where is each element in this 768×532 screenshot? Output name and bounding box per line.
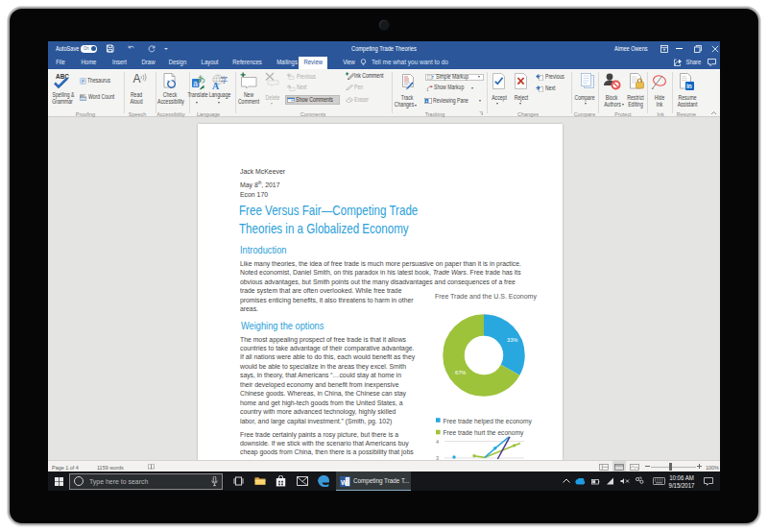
- svg-text:33%: 33%: [507, 337, 517, 343]
- svg-text:4: 4: [436, 439, 439, 445]
- svg-text:Free Trade and the U.S. Econom: Free Trade and the U.S. Economy: [435, 292, 537, 301]
- svg-text:Free trade hurt the economy: Free trade hurt the economy: [444, 429, 524, 437]
- svg-text:字: 字: [220, 76, 228, 85]
- svg-text:67%: 67%: [455, 370, 466, 375]
- svg-text:Free trade helped the economy: Free trade helped the economy: [444, 417, 533, 424]
- svg-text:A: A: [212, 81, 220, 91]
- svg-text:W: W: [341, 478, 348, 485]
- svg-text:あ: あ: [198, 74, 206, 84]
- svg-text:in: in: [686, 83, 692, 89]
